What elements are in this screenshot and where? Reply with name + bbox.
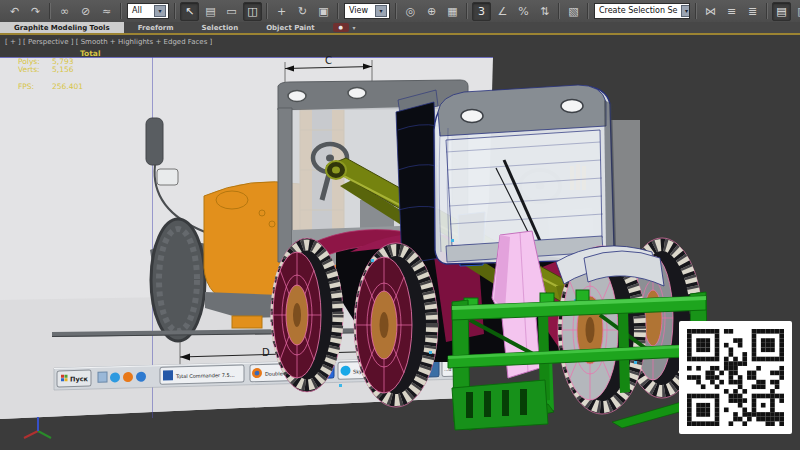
- ribbon-minimize-caret-icon[interactable]: ▾: [353, 22, 356, 33]
- chevron-down-icon[interactable]: ▾: [375, 5, 387, 17]
- tab-selection[interactable]: Selection: [188, 22, 253, 33]
- model-wheel-rear-left[interactable]: [354, 243, 438, 407]
- select-and-scale-icon[interactable]: ▣: [314, 2, 333, 21]
- svg-text:256.401: 256.401: [52, 82, 83, 91]
- ribbon-tab-bar: Graphite Modeling Tools Freeform Selecti…: [0, 22, 800, 35]
- rectangular-selection-region-icon[interactable]: ▭: [222, 2, 241, 21]
- model-hood[interactable]: [396, 90, 440, 264]
- svg-text:Verts:: Verts:: [18, 65, 40, 74]
- bind-to-space-warp-icon[interactable]: ≈: [97, 2, 116, 21]
- redo-icon[interactable]: ↷: [26, 2, 45, 21]
- chevron-down-icon[interactable]: ▾: [681, 5, 690, 17]
- align-icon[interactable]: ≡: [722, 2, 741, 21]
- quicklaunch-desktop-icon: [98, 372, 107, 382]
- unlink-selection-icon[interactable]: ⊘: [76, 2, 95, 21]
- toolbar-separator: [395, 3, 397, 19]
- world-axis-tripod: [24, 417, 51, 438]
- toolbar-separator: [174, 3, 176, 19]
- perspective-viewport[interactable]: [ + ] [ Perspective ] [ Smooth + Highlig…: [0, 35, 800, 450]
- qr-code: [679, 321, 792, 434]
- keyboard-override-icon[interactable]: ▦: [443, 2, 462, 21]
- window-crossing-icon[interactable]: ◫: [243, 2, 262, 21]
- start-button-label: Пуск: [70, 375, 89, 383]
- viewport-label[interactable]: [ + ] [ Perspective ] [ Smooth + Highlig…: [5, 38, 213, 46]
- svg-text:Total: Total: [80, 49, 101, 58]
- snaps-toggle-3-icon[interactable]: 3: [472, 2, 491, 21]
- dimension-d-label: D: [262, 347, 270, 358]
- dimension-c-label: C: [325, 55, 332, 66]
- toolbar-separator: [587, 3, 589, 19]
- spinner-snap-icon[interactable]: ⇅: [535, 2, 554, 21]
- main-toolbar: ↶↷∞⊘≈All▾↖▤▭◫+↻▣View▾◎⊕▦3∠%⇅▧Create Sele…: [0, 0, 800, 22]
- model-wheel-front-left[interactable]: [271, 238, 343, 392]
- undo-icon[interactable]: ↶: [5, 2, 24, 21]
- percent-snap-icon[interactable]: %: [514, 2, 533, 21]
- toolbar-separator: [49, 3, 51, 19]
- select-by-name-icon[interactable]: ▤: [201, 2, 220, 21]
- angle-snap-icon[interactable]: ∠: [493, 2, 512, 21]
- edit-named-selection-sets-icon[interactable]: ▧: [564, 2, 583, 21]
- toolbar-separator: [466, 3, 468, 19]
- property-explorer-icon[interactable]: ▥: [793, 2, 800, 21]
- toolbar-separator: [766, 3, 768, 19]
- ribbon-config-icon[interactable]: ●: [333, 23, 349, 32]
- select-and-link-icon[interactable]: ∞: [55, 2, 74, 21]
- named-selection-set-dropdown[interactable]: Create Selection Se▾: [594, 3, 690, 19]
- chevron-down-icon[interactable]: ▾: [154, 5, 166, 17]
- cab-roof-light: [561, 100, 583, 113]
- named-selection-set-dropdown-value: Create Selection Se: [599, 4, 678, 18]
- tab-object-paint[interactable]: Object Paint: [252, 22, 328, 33]
- select-object-icon[interactable]: ↖: [180, 2, 199, 21]
- reference-coordinate-dropdown[interactable]: View▾: [344, 3, 390, 19]
- select-and-manipulate-icon[interactable]: ⊕: [422, 2, 441, 21]
- toolbar-separator: [558, 3, 560, 19]
- reference-coordinate-dropdown-value: View: [349, 4, 368, 18]
- 3dsmax-window: ↶↷∞⊘≈All▾↖▤▭◫+↻▣View▾◎⊕▦3∠%⇅▧Create Sele…: [0, 0, 800, 450]
- toolbar-separator: [337, 3, 339, 19]
- tab-graphite-modeling-tools[interactable]: Graphite Modeling Tools: [0, 22, 124, 33]
- toolbar-separator: [120, 3, 122, 19]
- mirror-icon[interactable]: ⋈: [701, 2, 720, 21]
- svg-text:5,156: 5,156: [52, 65, 74, 74]
- toolbar-separator: [266, 3, 268, 19]
- toolbar-separator: [695, 3, 697, 19]
- select-and-rotate-icon[interactable]: ↻: [293, 2, 312, 21]
- svg-text:FPS:: FPS:: [18, 82, 34, 91]
- scene-explorer-icon[interactable]: ▤: [772, 2, 791, 21]
- select-and-move-icon[interactable]: +: [272, 2, 291, 21]
- cab-windshield: [446, 130, 602, 246]
- cab-roof-light: [461, 110, 483, 123]
- tab-freeform[interactable]: Freeform: [124, 22, 188, 33]
- selection-filter-dropdown-value: All: [132, 4, 142, 18]
- layer-manager-icon[interactable]: ≣: [743, 2, 762, 21]
- selection-filter-dropdown[interactable]: All▾: [127, 3, 169, 19]
- use-pivot-center-icon[interactable]: ◎: [401, 2, 420, 21]
